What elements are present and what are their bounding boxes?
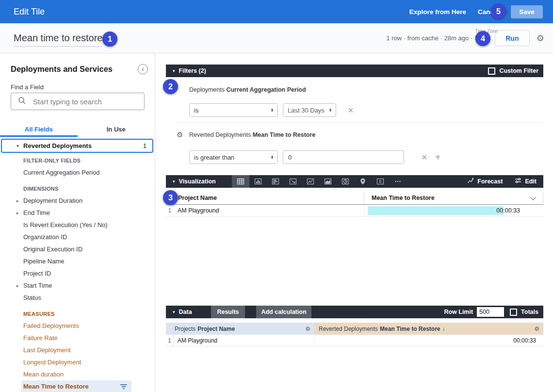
tab-all-fields[interactable]: All Fields	[0, 121, 78, 137]
field-item-end-time[interactable]: ▸End Time	[0, 207, 155, 219]
field-item-label: Start Time	[23, 282, 52, 289]
section-collapse-caret-icon[interactable]: ▾	[173, 310, 175, 314]
data-col-mean-time[interactable]: Reverted Deployments Mean Time to Restor…	[314, 323, 543, 335]
explore-from-here-button[interactable]: Explore from Here	[409, 8, 466, 16]
expand-caret-icon[interactable]: ▸	[16, 211, 19, 215]
column-gear-icon[interactable]: ⚙	[305, 326, 310, 332]
expand-caret-icon[interactable]: ▸	[16, 198, 19, 203]
query-settings-gear-icon[interactable]: ⚙	[537, 34, 544, 43]
add-calculation-button[interactable]: Add calculation	[256, 306, 311, 318]
annotation-badge-4: 4	[475, 31, 490, 46]
filter-gear-icon[interactable]: ⚙	[177, 131, 183, 139]
remove-filter-icon[interactable]: ×	[422, 152, 427, 162]
filter-value: Last 30 Days	[288, 107, 325, 114]
field-item-deployment-duration[interactable]: ▸Deployment Duration	[0, 195, 155, 207]
column-menu-chevron-icon[interactable]	[530, 195, 536, 200]
column-gear-icon[interactable]: ⚙	[534, 326, 539, 332]
field-section-header-dimensions: DIMENSIONS	[0, 182, 155, 195]
results-tab[interactable]: Results	[211, 306, 245, 318]
map-pin-icon[interactable]	[354, 175, 372, 188]
forecast-button[interactable]: Forecast	[467, 177, 503, 186]
custom-filter-checkbox[interactable]	[488, 67, 495, 75]
tab-in-use[interactable]: In Use	[78, 121, 155, 137]
main-panel: ▾ Filters (2) Custom Filter Deployments …	[155, 53, 553, 392]
totals-checkbox[interactable]	[510, 309, 517, 316]
section-collapse-caret-icon[interactable]: ▾	[173, 68, 175, 73]
field-item-status[interactable]: Status	[0, 292, 155, 304]
topbar-actions: Explore from Here Cancel Save	[409, 5, 543, 18]
filter-field-label-2: Reverted Deployments Mean Time to Restor…	[189, 131, 315, 138]
bar-chart-icon[interactable]	[267, 175, 284, 188]
sort-desc-arrow-icon[interactable]: ↓	[442, 326, 445, 332]
more-vis-icon[interactable]	[389, 175, 407, 188]
field-item-failure-rate[interactable]: Failure Rate	[0, 332, 155, 344]
chevron-left-icon: ‹	[142, 65, 144, 73]
column-chart-icon[interactable]	[249, 175, 267, 188]
data-table-row[interactable]: 1 AM Playground 00:00:33	[166, 335, 543, 346]
field-search-input[interactable]	[32, 97, 136, 106]
field-item-label: Mean Time to Restore	[23, 383, 89, 390]
filter-value-select[interactable]: Last 30 Days ▴▾	[283, 103, 336, 117]
row-limit-input[interactable]	[477, 307, 504, 317]
field-section-header-measures: MEASURES	[0, 308, 155, 320]
viz-col-mean-time[interactable]: Mean Time to Restore	[364, 192, 543, 204]
field-item-mean-time-to-restore[interactable]: Mean Time to Restore	[0, 380, 155, 392]
field-item-label: Organization ID	[23, 233, 67, 241]
field-item-current-aggregation-period[interactable]: Current Aggregation Period	[0, 166, 155, 179]
viz-actions: Forecast Edit	[467, 177, 537, 186]
save-button[interactable]: Save	[511, 5, 543, 18]
expand-caret-icon[interactable]: ▸	[16, 283, 19, 288]
visualization-section-bar[interactable]: ▾ Visualization 6 Forecast Edit	[166, 175, 543, 188]
field-item-original-execution-id[interactable]: Original Execution ID	[0, 243, 155, 255]
filter-value-input[interactable]	[283, 150, 404, 164]
remove-filter-icon[interactable]: ×	[348, 105, 354, 115]
viz-table-row[interactable]: 1 AM Playground 00:00:33	[166, 205, 543, 217]
tune-sliders-icon	[514, 177, 522, 186]
field-search-box[interactable]	[11, 93, 145, 110]
chevron-down-icon[interactable]: ▾	[16, 143, 19, 148]
data-col-project-name[interactable]: Projects Project Name ⚙	[166, 323, 314, 335]
viz-table-header: Project Name Mean Time to Restore	[166, 192, 543, 205]
filters-section-bar[interactable]: ▾ Filters (2) Custom Filter	[166, 65, 543, 77]
filter-operator-select[interactable]: is ▴▾	[189, 103, 278, 117]
field-item-is-revert-execution-yes-no[interactable]: Is Revert Execution (Yes / No)	[0, 219, 155, 231]
project-name-cell: AM Playground	[174, 335, 314, 346]
add-filter-icon[interactable]: +	[435, 152, 441, 162]
single-value-icon[interactable]: 6	[372, 175, 389, 188]
select-arrows-icon: ▴▾	[267, 108, 273, 113]
field-item-mean-duration[interactable]: Mean duration	[0, 368, 155, 380]
area-chart-icon[interactable]	[319, 175, 337, 188]
field-item-label: Mean duration	[23, 371, 64, 378]
tile-title-editable[interactable]: Mean time to restore	[14, 33, 102, 47]
field-item-failed-deployments[interactable]: Failed Deployments	[0, 320, 155, 332]
data-section-bar[interactable]: ▾ Data Results Add calculation Row Limit…	[166, 306, 543, 318]
field-section-header-filter-only-fields: FILTER-ONLY FIELDS	[0, 154, 155, 166]
section-collapse-caret-icon[interactable]: ▾	[173, 179, 175, 184]
query-status-area: 1 row · from cache · 28m ago · Time Zone…	[386, 23, 544, 53]
query-status-text: 1 row · from cache · 28m ago ·	[386, 34, 472, 42]
line-chart-icon[interactable]	[302, 175, 319, 188]
filter-operator-select[interactable]: is greater than ▴▾	[189, 150, 278, 164]
view-group-reverted-deployments[interactable]: ▾ Reverted Deployments 1	[1, 139, 153, 153]
value-cell: 00:00:33	[314, 337, 543, 344]
field-item-longest-deployment[interactable]: Longest Deployment	[0, 356, 155, 368]
filter-list-icon[interactable]	[120, 384, 127, 391]
collapse-sidebar-button[interactable]: ‹	[138, 64, 148, 74]
viz-col-project-name[interactable]: Project Name	[174, 192, 364, 204]
field-item-label: Original Execution ID	[23, 245, 82, 253]
field-item-project-id[interactable]: Project ID	[0, 267, 155, 279]
field-item-label: Deployment Duration	[23, 197, 82, 204]
field-item-pipeline-name[interactable]: Pipeline Name	[0, 255, 155, 267]
filter-view-prefix: Reverted Deployments	[189, 131, 251, 138]
field-item-start-time[interactable]: ▸Start Time	[0, 279, 155, 292]
field-list: FILTER-ONLY FIELDSCurrent Aggregation Pe…	[0, 154, 155, 392]
field-item-organization-id[interactable]: Organization ID	[0, 231, 155, 243]
field-item-label: Failed Deployments	[23, 322, 79, 329]
edit-viz-button[interactable]: Edit	[514, 177, 537, 186]
scatter-plot-icon[interactable]	[284, 175, 302, 188]
run-button[interactable]: Run	[495, 30, 530, 46]
col-view-prefix: Reverted Deployments	[319, 326, 378, 332]
field-item-last-deployment[interactable]: Last Deployment	[0, 344, 155, 356]
pie-chart-icon[interactable]	[337, 175, 354, 188]
table-vis-icon[interactable]	[232, 175, 249, 188]
